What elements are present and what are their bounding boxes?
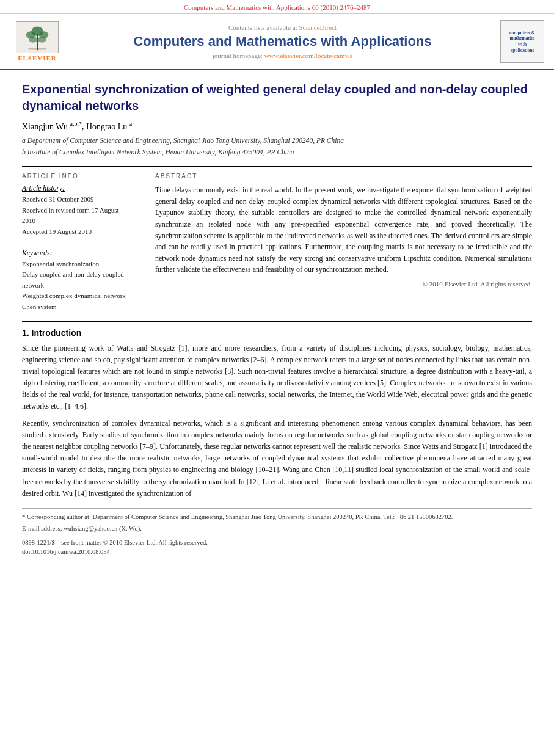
homepage-url[interactable]: www.elsevier.com/locate/camwa xyxy=(264,52,353,59)
keyword-2: Delay coupled and non-delay coupled netw… xyxy=(22,269,134,291)
left-column: ARTICLE INFO Article history: Received 3… xyxy=(22,167,144,312)
keyword-1: Exponential synchronization xyxy=(22,259,134,270)
article-history-label: Article history: xyxy=(22,184,134,192)
journal-homepage-line: journal homepage: www.elsevier.com/locat… xyxy=(72,52,493,59)
journal-citation-bar: Computers and Mathematics with Applicati… xyxy=(0,0,554,14)
abstract-header: ABSTRACT xyxy=(155,173,532,180)
accepted-date: Accepted 19 August 2010 xyxy=(22,227,134,238)
journal-title-area: Contents lists available at ScienceDirec… xyxy=(72,24,493,59)
issn-line: 0898-1221/$ – see front matter © 2010 El… xyxy=(22,538,532,548)
keyword-4: Chen system xyxy=(22,302,134,313)
keywords-section: Keywords: Exponential synchronization De… xyxy=(22,244,134,313)
two-column-section: ARTICLE INFO Article history: Received 3… xyxy=(22,166,532,312)
section-1-paragraph-1: Since the pioneering work of Watts and S… xyxy=(22,343,532,413)
svg-point-5 xyxy=(29,37,37,43)
section-title: Introduction xyxy=(32,328,82,338)
author-names: Xiangjun Wu a,b,*, Hongtao Lu a xyxy=(22,122,132,131)
paper-title: Exponential synchronization of weighted … xyxy=(22,81,532,114)
affiliations: a Department of Computer Science and Eng… xyxy=(22,136,532,158)
sciencedirect-line: Contents lists available at ScienceDirec… xyxy=(72,24,493,31)
bottom-info: 0898-1221/$ – see front matter © 2010 El… xyxy=(22,538,532,558)
received-date: Received 31 October 2009 xyxy=(22,194,134,205)
article-history-section: Article history: Received 31 October 200… xyxy=(22,184,134,237)
journal-title: Computers and Mathematics with Applicati… xyxy=(72,34,493,49)
keywords-label: Keywords: xyxy=(22,249,134,256)
section-divider xyxy=(22,321,532,322)
elsevier-wordmark: ELSEVIER xyxy=(18,54,57,62)
section-number: 1. xyxy=(22,328,29,338)
journal-citation-text: Computers and Mathematics with Applicati… xyxy=(184,4,370,11)
footnote-email: E-mail address: wuhsiang@yahoo.cn (X. Wu… xyxy=(22,524,532,534)
main-content: Exponential synchronization of weighted … xyxy=(0,70,554,569)
elsevier-logo: ELSEVIER xyxy=(10,21,65,62)
sciencedirect-link[interactable]: ScienceDirect xyxy=(299,24,337,31)
revised-date: Received in revised form 17 August 2010 xyxy=(22,205,134,227)
copyright-line: © 2010 Elsevier Ltd. All rights reserved… xyxy=(155,280,532,288)
authors-line: Xiangjun Wu a,b,*, Hongtao Lu a xyxy=(22,120,532,132)
journal-cover-icon: computers & mathematics with application… xyxy=(500,20,544,63)
article-info-header: ARTICLE INFO xyxy=(22,173,134,180)
keyword-3: Weighted complex dynamical network xyxy=(22,291,134,302)
right-column: ABSTRACT Time delays commonly exist in t… xyxy=(144,167,532,312)
svg-point-6 xyxy=(38,37,46,43)
section-1-paragraph-2: Recently, synchronization of complex dyn… xyxy=(22,418,532,500)
elsevier-tree-graphic xyxy=(16,21,59,53)
footnote-section: * Corresponding author at: Department of… xyxy=(22,508,532,534)
abstract-text: Time delays commonly exist in the real w… xyxy=(155,184,532,275)
affiliation-a: a Department of Computer Science and Eng… xyxy=(22,136,532,146)
section-1-header: 1. Introduction xyxy=(22,328,532,338)
footnote-star: * Corresponding author at: Department of… xyxy=(22,512,532,523)
affiliation-b: b Institute of Complex Intelligent Netwo… xyxy=(22,147,532,158)
journal-banner: ELSEVIER Contents lists available at Sci… xyxy=(0,14,554,70)
doi-line: doi:10.1016/j.camwa.2010.08.054 xyxy=(22,547,532,557)
